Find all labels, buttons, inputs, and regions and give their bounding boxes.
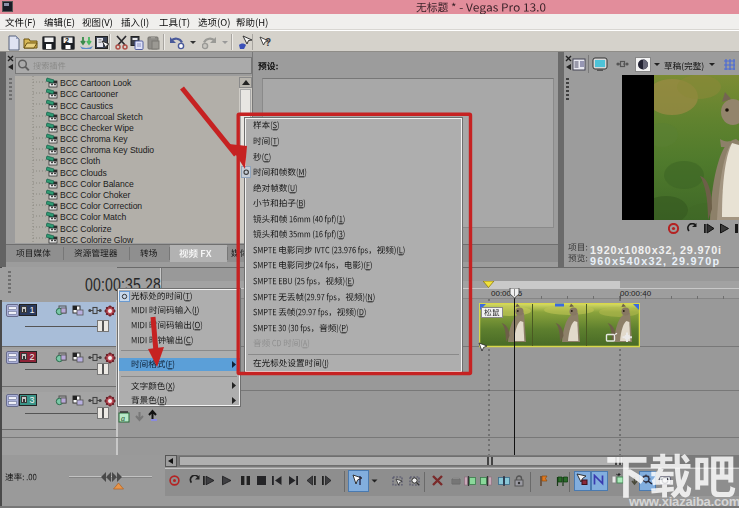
svg-text:a: a (121, 414, 125, 423)
svg-text:2: 2 (65, 37, 69, 44)
svg-text:?: ? (265, 37, 271, 48)
